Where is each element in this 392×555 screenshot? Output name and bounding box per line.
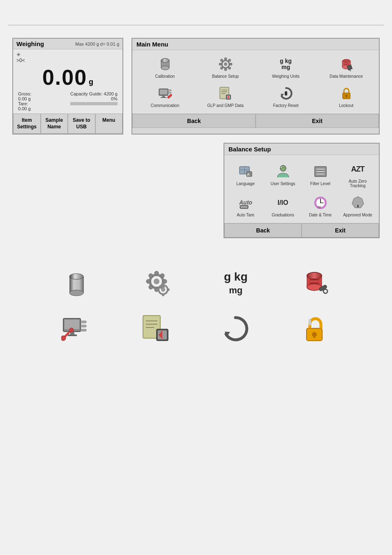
svg-point-73 — [149, 274, 153, 278]
balance-setup-icon — [217, 56, 234, 72]
save-to-usb-button[interactable]: Save toUSB — [68, 114, 95, 134]
auto-zero-tracking-label: Auto Zero Tracking — [341, 179, 374, 188]
svg-point-80 — [162, 294, 164, 296]
capacity-label: Capacity Guide: 4200 g — [70, 91, 118, 96]
auto-tare-label: Auto Tare — [237, 213, 254, 217]
svg-text:20: 20 — [318, 206, 321, 209]
large-balance-setup-icon — [140, 267, 173, 300]
svg-text:Auto: Auto — [239, 199, 252, 206]
svg-rect-39 — [346, 96, 347, 98]
date-time-icon: 20 — [312, 195, 329, 211]
svg-point-78 — [161, 288, 165, 292]
approved-mode-label: Approved Mode — [343, 213, 372, 217]
menu-item-lockout[interactable]: Lockout — [317, 83, 376, 110]
menu-item-calibration[interactable]: Calibration — [136, 53, 194, 81]
menu-item-filter-level[interactable]: Filter Level — [302, 158, 338, 190]
svg-point-71 — [146, 279, 150, 283]
sample-name-button[interactable]: SampleName — [41, 114, 68, 134]
main-menu-panel: Main Menu — [131, 38, 380, 135]
weighing-body: ✳ >0< 0.00 g Gross: 0.00 g Tare: 0.00 g … — [13, 49, 122, 114]
gross-label: Gross: 0.00 g — [18, 91, 31, 101]
menu-item-data-maintenance[interactable]: Data Maintenance — [317, 53, 376, 81]
menu-item-user-settings[interactable]: User Settings — [265, 158, 301, 190]
svg-line-20 — [350, 70, 350, 71]
main-menu-exit-button[interactable]: Exit — [256, 114, 379, 128]
calibration-label: Calibration — [155, 74, 175, 79]
capacity-row: Capacity Guide: 4200 g 0% — [70, 91, 118, 111]
weighing-buttons: ItemSettings SampleName Save toUSB Menu — [13, 114, 122, 134]
weighing-panel: Weighing Max 4200 g d= 0.01 g ✳ >0< 0.00… — [12, 38, 123, 135]
weighing-display-row: 0.00 g — [16, 65, 119, 90]
menu-item-factory-reset[interactable]: Factory Reset — [256, 83, 315, 110]
menu-item-auto-tare[interactable]: Auto Auto Tare — [228, 192, 263, 220]
large-factory-reset-icon — [219, 312, 252, 345]
menu-item-auto-zero-tracking[interactable]: AZT Auto Zero Tracking — [340, 158, 376, 190]
svg-point-6 — [224, 58, 227, 60]
svg-rect-23 — [162, 95, 165, 97]
svg-point-8 — [219, 63, 221, 65]
lockout-icon — [338, 85, 355, 102]
svg-point-79 — [162, 283, 164, 286]
tare-label: Tare: 0.00 g — [18, 101, 31, 111]
svg-point-100 — [69, 328, 74, 332]
capacity-percent: 0% — [111, 96, 118, 101]
top-panels: Weighing Max 4200 g d= 0.01 g ✳ >0< 0.00… — [12, 38, 380, 135]
large-icons-row-1: g kgmg — [37, 267, 355, 300]
svg-rect-36 — [285, 91, 287, 95]
filter-level-icon — [312, 163, 329, 180]
svg-point-72 — [163, 279, 167, 283]
menu-item-language[interactable]: A Language — [228, 158, 263, 190]
user-settings-icon — [275, 163, 291, 180]
large-icons-row-2 — [37, 312, 355, 345]
main-menu-grid: Calibration — [132, 50, 379, 114]
menu-item-date-time[interactable]: 20 Date & Time — [302, 192, 338, 220]
svg-rect-24 — [161, 97, 166, 98]
communication-icon — [157, 85, 173, 102]
graduations-icon: I/IO — [275, 195, 291, 211]
auto-tare-icon: Auto — [238, 195, 254, 211]
svg-point-7 — [224, 68, 227, 71]
large-lockout-icon — [299, 312, 332, 345]
data-maintenance-icon — [338, 56, 355, 72]
svg-point-11 — [228, 67, 231, 70]
item-settings-button[interactable]: ItemSettings — [13, 114, 41, 134]
svg-point-76 — [149, 285, 153, 289]
large-icons-section: g kgmg — [12, 259, 380, 353]
svg-point-65 — [69, 274, 83, 279]
factory-reset-label: Factory Reset — [273, 103, 298, 108]
svg-rect-55 — [241, 206, 247, 208]
svg-rect-92 — [65, 320, 79, 329]
svg-rect-96 — [81, 325, 86, 327]
svg-point-90 — [323, 289, 327, 293]
balance-setup-label: Balance Setup — [212, 74, 239, 79]
menu-item-glp-gmp[interactable]: GLP and GMP Data — [196, 83, 255, 110]
communication-label: Communication — [151, 103, 179, 108]
main-menu-back-button[interactable]: Back — [132, 114, 256, 128]
menu-item-weighing-units[interactable]: g kgmg Weighing Units — [256, 53, 315, 81]
menu-item-graduations[interactable]: I/IO Graduations — [265, 192, 301, 220]
weighing-maxinfo: Max 4200 g d= 0.01 g — [75, 42, 119, 46]
approved-mode-icon — [350, 195, 366, 211]
weighing-display-unit: g — [89, 78, 93, 86]
svg-rect-22 — [160, 90, 167, 94]
svg-point-75 — [160, 274, 164, 278]
star-indicator: ✳ — [16, 52, 119, 58]
weighing-units-label: Weighing Units — [272, 74, 300, 79]
menu-item-balance-setup[interactable]: Balance Setup — [196, 53, 255, 81]
data-maintenance-label: Data Maintenance — [330, 74, 363, 79]
menu-button[interactable]: Menu — [95, 114, 123, 134]
balance-setup-exit-button[interactable]: Exit — [302, 223, 379, 237]
large-calibration-icon — [60, 267, 93, 300]
balance-setup-back-button[interactable]: Back — [224, 223, 302, 237]
large-weighing-units-icon: g kgmg — [219, 267, 252, 300]
menu-item-communication[interactable]: Communication — [136, 83, 194, 110]
menu-item-approved-mode[interactable]: Approved Mode — [340, 192, 376, 220]
factory-reset-icon — [278, 85, 294, 102]
glp-gmp-label: GLP and GMP Data — [207, 103, 244, 108]
graduations-label: Graduations — [272, 213, 294, 217]
svg-point-13 — [220, 67, 223, 70]
svg-point-81 — [157, 288, 159, 291]
svg-point-66 — [69, 290, 83, 296]
balance-setup-row: Balance Setup A Language — [12, 143, 380, 238]
svg-point-5 — [224, 63, 227, 66]
